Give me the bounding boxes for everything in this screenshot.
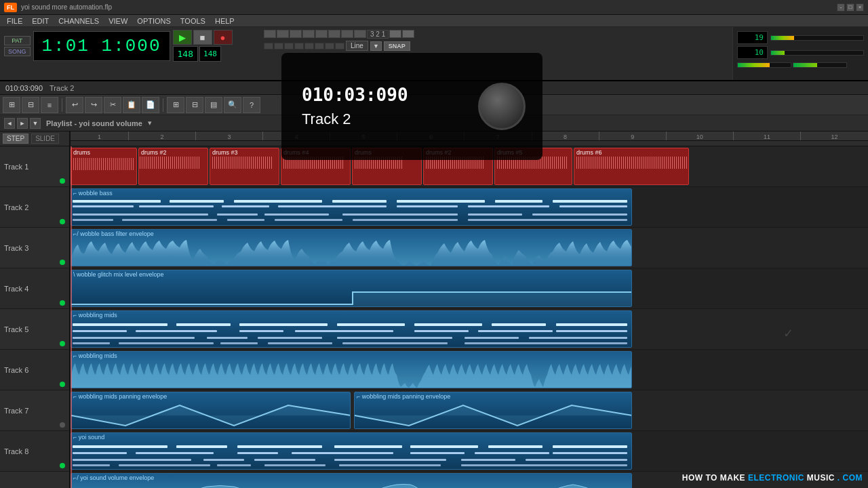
mixer-btn-3[interactable]	[284, 43, 294, 49]
knob[interactable]	[478, 83, 526, 130]
svg-rect-253	[666, 157, 667, 169]
snap-select[interactable]: Line	[346, 41, 368, 51]
step-button[interactable]: STEP	[3, 134, 28, 144]
clip-drums-8[interactable]: drums #6	[574, 148, 689, 185]
svg-rect-72	[235, 157, 235, 169]
channel-rack-btn[interactable]: 3 2 1	[367, 30, 389, 39]
play-toggle-btn[interactable]	[402, 30, 414, 38]
tool-help[interactable]: ?	[243, 97, 260, 113]
mem-display: 10	[737, 46, 768, 59]
collapse-btn[interactable]: ▼	[30, 118, 41, 129]
playlist-dropdown[interactable]: ▾	[148, 119, 152, 127]
mixer-btn-6[interactable]	[315, 43, 324, 49]
rec-toggle-btn[interactable]	[389, 30, 401, 38]
pattern-btn-8[interactable]	[354, 30, 366, 38]
play-button[interactable]: ▶	[173, 30, 192, 45]
svg-rect-328	[475, 452, 549, 454]
mixer-btn-8[interactable]	[335, 43, 344, 49]
svg-rect-337	[119, 464, 210, 466]
pattern-btn-7[interactable]	[341, 30, 353, 38]
pattern-btn-4[interactable]	[302, 30, 315, 38]
clip-wobbling-mids[interactable]: ⌐ wobbling mids	[71, 310, 632, 348]
tool-redo[interactable]: ↪	[85, 97, 102, 113]
pat-button[interactable]: PAT	[4, 36, 31, 45]
svg-rect-271	[73, 205, 134, 207]
menu-file[interactable]: FILE	[3, 16, 26, 26]
menu-options[interactable]: OPTIONS	[133, 16, 175, 26]
tool-new[interactable]: ⊞	[3, 97, 20, 113]
svg-rect-311	[119, 342, 214, 344]
svg-rect-240	[639, 157, 640, 169]
maximize-button[interactable]: □	[846, 3, 854, 12]
track-label-2[interactable]: Track 2	[0, 187, 69, 228]
snap-toggle[interactable]: SNAP	[384, 41, 410, 51]
clip-glitch-env[interactable]: \ wobble glitch mix level envelope	[71, 270, 632, 307]
track-label-8[interactable]: Track 8	[0, 431, 69, 472]
svg-rect-59	[197, 157, 197, 169]
clip-drums-1[interactable]: drums	[71, 148, 137, 185]
svg-rect-16	[105, 158, 106, 170]
tool-copy[interactable]: 📋	[123, 97, 140, 113]
fl-logo: FL	[4, 3, 17, 12]
track-label-9[interactable]: Track 9	[0, 472, 69, 488]
clip-pan-env-2[interactable]: ⌐ wobbling mids panning envelope	[354, 392, 632, 429]
slide-button[interactable]: SLIDE	[31, 134, 59, 144]
clip-filter-env[interactable]: ⌐/ wobble bass filter envelope	[71, 229, 632, 266]
menu-tools[interactable]: TOOLS	[176, 16, 210, 26]
menu-channels[interactable]: CHANNELS	[54, 16, 103, 26]
nav-fwd-btn[interactable]: ►	[17, 118, 28, 129]
pattern-btn-5[interactable]	[315, 30, 328, 38]
track-label-1[interactable]: Track 1	[0, 146, 69, 187]
pattern-btn-6[interactable]	[328, 30, 340, 38]
mixer-btn-7[interactable]	[325, 43, 334, 49]
minimize-button[interactable]: -	[837, 3, 845, 12]
close-button[interactable]: ×	[856, 3, 864, 12]
menu-help[interactable]: HELP	[211, 16, 239, 26]
stop-button[interactable]: ■	[193, 30, 212, 45]
clip-volume-env[interactable]: ⌐/ yoi sound volume envelope	[71, 473, 632, 488]
snap-dropdown[interactable]: ▼	[370, 41, 382, 51]
tool-browser[interactable]: ▤	[205, 97, 222, 113]
track-dot-2	[60, 219, 65, 224]
svg-rect-217	[593, 157, 593, 169]
track-label-3[interactable]: Track 3	[0, 228, 69, 268]
mixer-btn-2[interactable]	[274, 43, 283, 49]
timeline-area[interactable]: drums	[71, 146, 868, 488]
svg-rect-71	[233, 157, 233, 169]
tool-cut[interactable]: ✂	[104, 97, 121, 113]
tool-open[interactable]: ⊟	[22, 97, 39, 113]
svg-rect-11	[95, 158, 96, 170]
tool-save[interactable]: ≡	[41, 97, 58, 113]
menu-edit[interactable]: EDIT	[28, 16, 53, 26]
pattern-btn-3[interactable]	[290, 30, 302, 38]
tool-search[interactable]: 🔍	[224, 97, 241, 113]
track-label-7[interactable]: Track 7	[0, 390, 69, 431]
tool-piano[interactable]: ⊟	[186, 97, 203, 113]
clip-wobbling-mids-wave[interactable]: ⌐ wobbling mids	[71, 351, 632, 388]
svg-rect-53	[184, 157, 185, 169]
svg-rect-200	[550, 157, 551, 169]
tool-mixer[interactable]: ⊞	[167, 97, 184, 113]
svg-rect-332	[254, 459, 315, 461]
pattern-btn-1[interactable]	[264, 30, 276, 38]
svg-rect-4	[81, 158, 82, 170]
menu-view[interactable]: VIEW	[104, 16, 132, 26]
record-button[interactable]: ●	[214, 30, 233, 45]
clip-pan-env-1[interactable]: ⌐ wobbling mids panning envelope	[71, 392, 351, 429]
nav-back-btn[interactable]: ◄	[4, 118, 15, 129]
clip-wobble-bass[interactable]: ⌐ wobble bass	[71, 188, 632, 226]
track-label-5[interactable]: Track 5	[0, 309, 69, 350]
svg-rect-285	[122, 219, 217, 221]
pattern-btn-2[interactable]	[277, 30, 289, 38]
mixer-btn-5[interactable]	[304, 43, 314, 49]
clip-yoi-sound[interactable]: ⌐ yoi sound	[71, 432, 632, 470]
mixer-btn-4[interactable]	[294, 43, 304, 49]
tool-undo[interactable]: ↩	[66, 97, 83, 113]
track-label-4[interactable]: Track 4	[0, 268, 69, 309]
clip-drums-2[interactable]: drums #2	[138, 148, 208, 185]
tool-paste[interactable]: 📄	[142, 97, 159, 113]
track-label-6[interactable]: Track 6	[0, 350, 69, 390]
clip-drums-3[interactable]: drums #3	[210, 148, 279, 185]
mixer-btn-1[interactable]	[264, 43, 273, 49]
song-button[interactable]: SONG	[4, 47, 31, 56]
